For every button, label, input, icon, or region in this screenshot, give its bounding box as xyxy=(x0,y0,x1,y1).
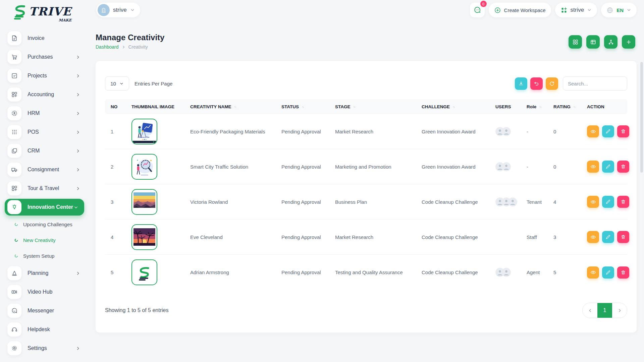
edit-button[interactable] xyxy=(602,196,614,208)
add-creativity-button[interactable] xyxy=(622,35,635,49)
eye-icon xyxy=(590,234,596,240)
sidebar-item-pos[interactable]: POS xyxy=(0,123,89,141)
sidebar-subitem-system-setup[interactable]: System Setup xyxy=(0,248,89,264)
copy-icon xyxy=(7,144,21,158)
sidebar-item-messenger[interactable]: Messenger xyxy=(0,301,89,320)
sidebar-subitem-new-creativity[interactable]: New Creativity xyxy=(0,232,89,248)
sidebar-item-planning[interactable]: Planning xyxy=(0,264,89,283)
pencil-icon xyxy=(605,270,611,275)
thumbnail-business-plan-illustration[interactable]: Business Plan xyxy=(131,119,157,144)
chevron-right-icon xyxy=(76,93,80,97)
search-input[interactable] xyxy=(563,76,627,90)
edit-button[interactable] xyxy=(602,231,614,243)
pagination-prev-button[interactable] xyxy=(583,303,597,318)
chat-bubble-icon xyxy=(473,6,481,14)
column-header-users: USERS xyxy=(490,104,521,109)
chat-button[interactable]: 0 xyxy=(470,3,485,17)
stage-text: Marketing and Promotion xyxy=(329,164,416,170)
delete-button[interactable] xyxy=(617,161,629,173)
edit-button[interactable] xyxy=(602,125,614,137)
sidebar-item-hrm[interactable]: HRM xyxy=(0,104,89,123)
export-button[interactable] xyxy=(515,77,527,90)
sort-icon[interactable]: ↑↓ xyxy=(573,105,575,109)
create-workspace-button[interactable]: Create Workspace xyxy=(489,3,551,17)
table-header-row: NO THUMBNAIL IMAGE CREATIVITY NAME↑↓ STA… xyxy=(105,99,627,114)
view-button[interactable] xyxy=(587,231,599,243)
eye-icon xyxy=(590,164,596,170)
sort-icon[interactable]: ↑↓ xyxy=(539,105,541,109)
delete-button[interactable] xyxy=(617,231,629,243)
sidebar-item-accounting[interactable]: Accounting xyxy=(0,85,89,104)
sort-icon[interactable]: ↑↓ xyxy=(302,105,304,109)
eye-icon xyxy=(590,199,596,205)
rating-value: 5 xyxy=(548,269,581,275)
table-row: 1 Business Plan Eco-Friendly Packaging M… xyxy=(105,114,627,149)
edit-button[interactable] xyxy=(602,161,614,173)
delete-button[interactable] xyxy=(617,125,629,137)
pagination-next-button[interactable] xyxy=(612,303,627,318)
sidebar-item-consignment[interactable]: Consignment xyxy=(0,160,89,179)
table-view-button[interactable] xyxy=(586,35,600,49)
scrollbar-thumb[interactable] xyxy=(640,62,643,173)
row-number: 5 xyxy=(105,269,126,275)
creativity-name: Victoria Rowland xyxy=(184,199,276,205)
sort-icon[interactable]: ↑↓ xyxy=(234,105,236,109)
grid-view-button[interactable] xyxy=(569,35,582,49)
sidebar-item-tour-travel[interactable]: Tour & Travel xyxy=(0,179,89,198)
grid-plus-icon xyxy=(7,181,21,195)
reset-button[interactable] xyxy=(530,77,543,90)
strive-logo[interactable]: TRIVE MAKE xyxy=(11,3,71,22)
stage-text: Testing and Quality Assurance xyxy=(329,269,416,275)
view-button[interactable] xyxy=(587,266,599,279)
pagination-page-1[interactable]: 1 xyxy=(597,303,612,318)
sidebar-item-video-hub[interactable]: Video Hub xyxy=(0,283,89,301)
language-selector[interactable]: EN xyxy=(601,3,637,17)
table-row: 2 Smart City Traffic Solution Pending Ap… xyxy=(105,149,627,184)
column-header-action: ACTION xyxy=(581,104,627,109)
plus-icon xyxy=(626,39,632,45)
sidebar-item-label: Accounting xyxy=(28,92,54,98)
breadcrumb: Dashboard Creativity xyxy=(96,44,148,50)
column-header-role: Role↑↓ xyxy=(521,104,548,109)
chevron-left-icon xyxy=(588,308,592,313)
sidebar-subitem-upcoming-challenges[interactable]: Upcoming Challenges xyxy=(0,217,89,232)
refresh-button[interactable] xyxy=(546,77,558,90)
sidebar-item-helpdesk[interactable]: Helpdesk xyxy=(0,320,89,339)
logo-text: TRIVE xyxy=(29,3,71,19)
view-button[interactable] xyxy=(587,125,599,137)
sidebar-item-label: Settings xyxy=(28,345,47,351)
sidebar-item-label: Invoice xyxy=(28,35,45,41)
workspace-selector[interactable]: strive xyxy=(96,3,140,17)
status-text: Pending Approval xyxy=(276,269,329,275)
view-button[interactable] xyxy=(587,196,599,208)
trash-icon xyxy=(621,199,626,204)
sidebar-item-purchases[interactable]: Purchases xyxy=(0,48,89,66)
delete-button[interactable] xyxy=(617,266,629,279)
delete-button[interactable] xyxy=(617,196,629,208)
thumbnail-research-magnifier-illustration[interactable] xyxy=(131,154,157,180)
strive-logo-s-icon xyxy=(11,3,29,21)
hierarchy-view-button[interactable] xyxy=(604,35,618,49)
role-text: Staff xyxy=(521,234,548,240)
view-button[interactable] xyxy=(587,161,599,173)
sidebar-item-projects[interactable]: Projects xyxy=(0,66,89,85)
sidebar-item-crm[interactable]: CRM xyxy=(0,141,89,160)
sort-icon[interactable]: ↑↓ xyxy=(452,105,454,109)
person-icon xyxy=(502,268,511,277)
column-header-thumbnail: THUMBNAIL IMAGE xyxy=(126,104,184,109)
sidebar-item-settings[interactable]: Settings xyxy=(0,339,89,358)
thumbnail-mountain-sunset-photo[interactable] xyxy=(131,189,157,215)
edit-button[interactable] xyxy=(602,266,614,279)
sort-icon[interactable]: ↑↓ xyxy=(353,105,355,109)
breadcrumb-dashboard-link[interactable]: Dashboard xyxy=(96,44,119,50)
bullet-ring-icon xyxy=(14,238,18,242)
sidebar-item-invoice[interactable]: Invoice xyxy=(0,29,89,48)
tenant-switcher[interactable]: strive xyxy=(555,3,597,17)
entries-per-page-select[interactable]: 10 xyxy=(105,76,129,90)
thumbnail-strive-logo-mark[interactable] xyxy=(131,259,157,285)
eye-icon xyxy=(590,269,596,275)
thumbnail-palm-trees-sunset-photo[interactable] xyxy=(131,224,157,250)
tenant-name: strive xyxy=(571,7,584,13)
status-text: Pending Approval xyxy=(276,199,329,205)
sidebar-item-innovation-center[interactable]: Innovation Center xyxy=(5,199,84,216)
